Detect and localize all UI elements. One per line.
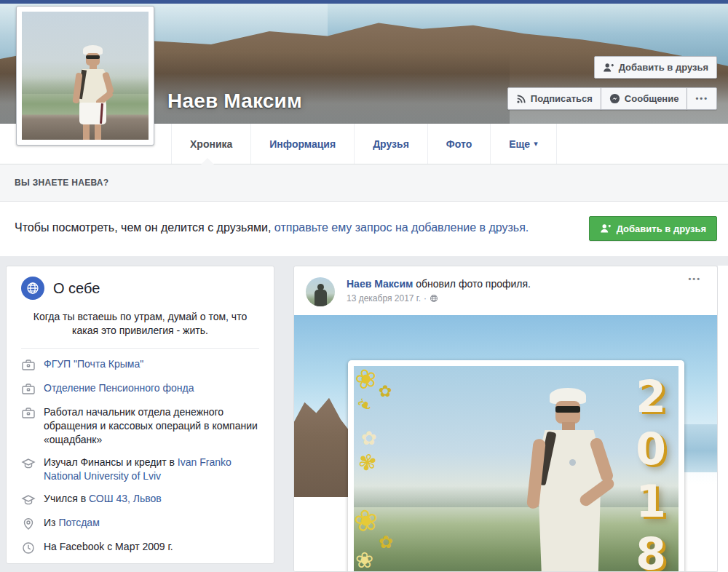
cover-action-buttons: Подписаться Сообщение ••• [507,87,717,110]
floral-ornament: ✾ [356,450,379,476]
post-photo[interactable]: ❀ ✿ ❧ ✿ ✾ ❀ ✿ ❀ [294,315,717,571]
plain-text: На Facebook с Март 2009 г. [44,541,173,552]
post-date[interactable]: 13 декабря 2017 г. [347,293,421,303]
banner-message-text: Чтобы посмотреть, чем он делится с друзь… [15,221,274,234]
workplace-link[interactable]: Отделение Пенсионного фонда [44,382,194,394]
about-item-text: Учился в СОШ 43, Львов [44,492,162,507]
plain-text: Изучал Финансы и кредит в [44,456,178,468]
cover-more-button[interactable]: ••• [687,87,717,110]
right-margin [718,266,728,572]
about-item-text: Работал начальник отдела денежного обращ… [44,405,259,447]
about-quote: Когда ты встаешь по утрам, думай о том, … [7,304,274,338]
post-more-button[interactable]: ••• [688,275,701,283]
backdrop-mountain [294,389,352,497]
tab-photos-label: Фото [446,138,472,150]
floral-ornament: ✿ [379,384,392,400]
about-item-text: Из Потсдам [44,516,100,531]
post-title: Наев Максим обновил фото профиля. [347,278,531,290]
floral-ornament: ✿ [379,533,393,551]
framed-photo: ❀ ✿ ❧ ✿ ✾ ❀ ✿ ❀ [348,360,684,571]
about-item-joined: На Facebook с Март 2009 г. [7,540,274,555]
education-icon [21,456,36,483]
briefcase-icon [21,381,36,397]
message-button[interactable]: Сообщение [601,87,688,110]
message-label: Сообщение [625,93,679,104]
about-item-workplace: ФГУП "Почта Крыма" [7,357,274,373]
tab-timeline-label: Хроника [190,138,232,150]
friend-request-banner: Чтобы посмотреть, чем он делится с друзь… [0,202,728,256]
school-link[interactable]: СОШ 43, Львов [89,493,162,504]
about-item-school: Учился в СОШ 43, Львов [7,492,274,507]
about-item-workplace: Отделение Пенсионного фонда [7,381,274,397]
about-card: О себе Когда ты встаешь по утрам, думай … [6,266,274,564]
floral-ornament: ❀ [354,504,380,536]
banner-message: Чтобы посмотреть, чем он делится с друзь… [15,221,529,234]
man-right-leg [95,124,101,140]
about-item-text: ФГУП "Почта Крыма" [44,357,143,373]
ellipsis-icon: ••• [695,95,708,103]
follow-label: Подписаться [531,93,593,104]
plain-text: Из [44,517,58,528]
floral-ornament: ❧ [354,392,376,416]
workplace-link[interactable]: ФГУП "Почта Крыма" [44,358,143,370]
about-header: О себе [7,266,274,304]
about-item-university: Изучал Финансы и кредит в Ivan Franko Na… [7,456,274,483]
post-action: обновил фото профиля. [416,278,531,290]
year-digit: 8 [628,528,674,571]
profile-picture[interactable] [16,6,154,146]
floral-ornament: ❀ [355,549,373,571]
add-friend-label: Добавить в друзья [619,62,708,73]
tab-friends[interactable]: Друзья [355,124,428,164]
tab-friends-label: Друзья [373,138,409,150]
tab-about-label: Информация [269,138,336,150]
education-icon [21,492,36,507]
year-2018: 2 0 1 8 [628,370,674,571]
year-digit: 1 [628,475,674,528]
man-left-leg [83,124,90,140]
add-friend-green-button[interactable]: Добавить в друзья [589,216,717,241]
year-digit: 2 [628,370,674,423]
send-friend-request-link[interactable]: отправьте ему запрос на добавление в дру… [274,221,529,234]
tab-about[interactable]: Информация [251,124,355,164]
about-item-text: Отделение Пенсионного фонда [44,381,194,397]
active-tab-notch [201,158,214,164]
add-friend-green-label: Добавить в друзья [617,223,706,234]
follow-button[interactable]: Подписаться [507,87,601,110]
tab-more[interactable]: Еще ▾ [491,124,556,164]
hometown-link[interactable]: Потсдам [58,517,99,528]
about-item-text: Изучал Финансы и кредит в Ivan Franko Na… [44,456,259,483]
do-you-know-banner: ВЫ ЗНАЕТЕ НАЕВА? [0,164,728,202]
man-sunglasses [555,406,580,413]
framed-photo-image: ❀ ✿ ❧ ✿ ✾ ❀ ✿ ❀ [354,366,678,571]
quote-line-1: Когда ты встаешь по утрам, думай о том, … [33,311,247,322]
location-icon [21,516,36,531]
rss-icon [516,94,526,104]
quote-line-2: какая это привилегия - жить. [72,325,208,336]
post-author-link[interactable]: Наев Максим [347,278,413,290]
about-item-hometown: Из Потсдам [7,516,274,531]
person-add-icon [603,62,614,74]
about-item-past-work: Работал начальник отдела денежного обращ… [7,405,274,447]
post-header: Наев Максим обновил фото профиля. 13 дек… [294,266,717,315]
about-title: О себе [53,280,100,297]
meta-separator: · [424,293,427,303]
floral-ornament: ❀ [354,366,380,394]
post-author-avatar[interactable] [306,277,335,306]
tab-more-label: Еще [509,138,530,150]
man-neck [90,65,97,70]
globe-icon [21,277,44,300]
year-digit: 0 [628,423,674,475]
profile-picture-image [22,12,149,140]
floral-ornament: ✿ [361,429,377,448]
plain-text: Учился в [44,493,89,504]
man-sunglasses [86,55,100,59]
add-friend-button[interactable]: Добавить в друзья [594,56,717,79]
tab-photos[interactable]: Фото [428,124,491,164]
plain-text: Работал начальник отдела денежного обращ… [44,406,258,445]
profile-name: Наев Максим [167,90,302,113]
post-card: Наев Максим обновил фото профиля. 13 дек… [293,266,718,572]
globe-icon [430,294,438,303]
briefcase-icon [21,357,36,373]
briefcase-icon [21,405,36,447]
post-meta: 13 декабря 2017 г. · [347,293,438,303]
